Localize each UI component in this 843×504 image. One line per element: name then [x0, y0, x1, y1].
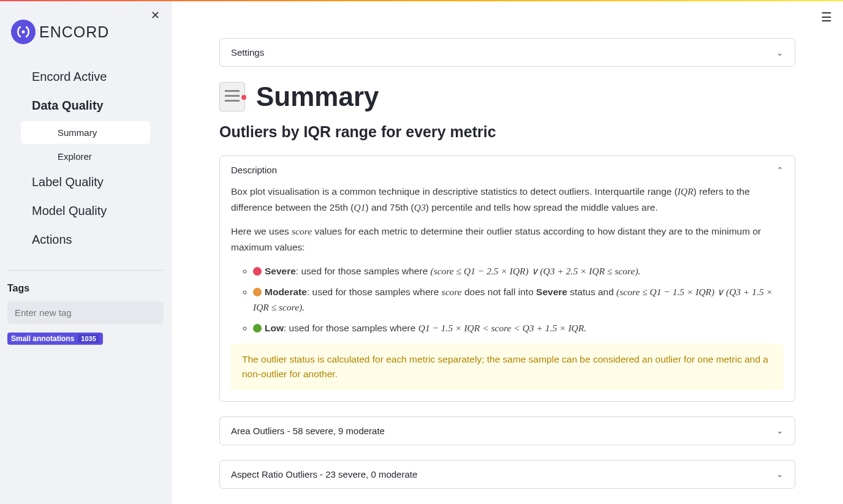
chevron-down-icon: ⌄	[776, 469, 784, 479]
tag-chip[interactable]: Small annotations 1035	[7, 333, 103, 345]
close-sidebar-button[interactable]: ✕	[151, 9, 160, 22]
page-title-row: Summary	[219, 81, 795, 112]
nav-data-quality[interactable]: Data Quality	[11, 92, 160, 119]
description-header[interactable]: Description ⌃	[220, 156, 795, 184]
sidebar: ✕ ENCORD Encord Active Data Quality Summ…	[0, 1, 172, 504]
tags-input[interactable]	[7, 301, 164, 324]
moderate-item: Moderate: used for those samples where s…	[253, 284, 784, 315]
nav-actions[interactable]: Actions	[11, 227, 160, 253]
moderate-dot-icon	[253, 288, 262, 296]
tag-label: Small annotations	[11, 334, 74, 343]
logo-icon	[11, 20, 36, 44]
nav-summary[interactable]: Summary	[21, 121, 150, 144]
brand-logo: ENCORD	[11, 20, 160, 44]
description-note: The outlier status is calculated for eac…	[231, 344, 784, 390]
tags-heading: Tags	[7, 283, 164, 294]
description-label: Description	[231, 165, 277, 175]
main-content: ☰ Settings ⌄ Summary Outliers by IQR ran…	[172, 1, 843, 504]
settings-panel[interactable]: Settings ⌄	[219, 38, 795, 67]
low-item: Low: used for those samples where Q1 − 1…	[253, 320, 784, 336]
tag-count: 1035	[78, 334, 99, 343]
description-body: Box plot visualisation is a common techn…	[220, 184, 795, 401]
nav-encord-active[interactable]: Encord Active	[11, 64, 160, 90]
chevron-down-icon: ⌄	[776, 426, 784, 435]
severe-item: Severe: used for those samples where (sc…	[253, 263, 784, 279]
nav-label-quality[interactable]: Label Quality	[11, 169, 160, 195]
low-dot-icon	[253, 324, 262, 333]
summary-icon	[219, 82, 245, 111]
settings-label: Settings	[231, 47, 264, 58]
chevron-up-icon: ⌃	[776, 165, 784, 175]
chevron-down-icon: ⌄	[776, 48, 784, 58]
aspect-ratio-outliers-label: Aspect Ratio Outliers - 23 severe, 0 mod…	[231, 469, 417, 480]
area-outliers-label: Area Outliers - 58 severe, 9 moderate	[231, 426, 385, 436]
divider	[7, 270, 164, 271]
menu-button[interactable]: ☰	[821, 10, 832, 24]
nav-explorer[interactable]: Explorer	[21, 145, 150, 168]
brand-name: ENCORD	[39, 23, 109, 41]
aspect-ratio-outliers-panel[interactable]: Aspect Ratio Outliers - 23 severe, 0 mod…	[219, 460, 795, 489]
svg-point-0	[22, 31, 25, 34]
area-outliers-panel[interactable]: Area Outliers - 58 severe, 9 moderate ⌄	[219, 416, 795, 445]
page-title: Summary	[256, 81, 379, 112]
sidebar-nav: Encord Active Data Quality Summary Explo…	[11, 64, 160, 253]
nav-model-quality[interactable]: Model Quality	[11, 198, 160, 224]
description-panel: Description ⌃ Box plot visualisation is …	[219, 156, 795, 402]
page-subtitle: Outliers by IQR range for every metric	[219, 123, 795, 141]
severe-dot-icon	[253, 267, 262, 276]
